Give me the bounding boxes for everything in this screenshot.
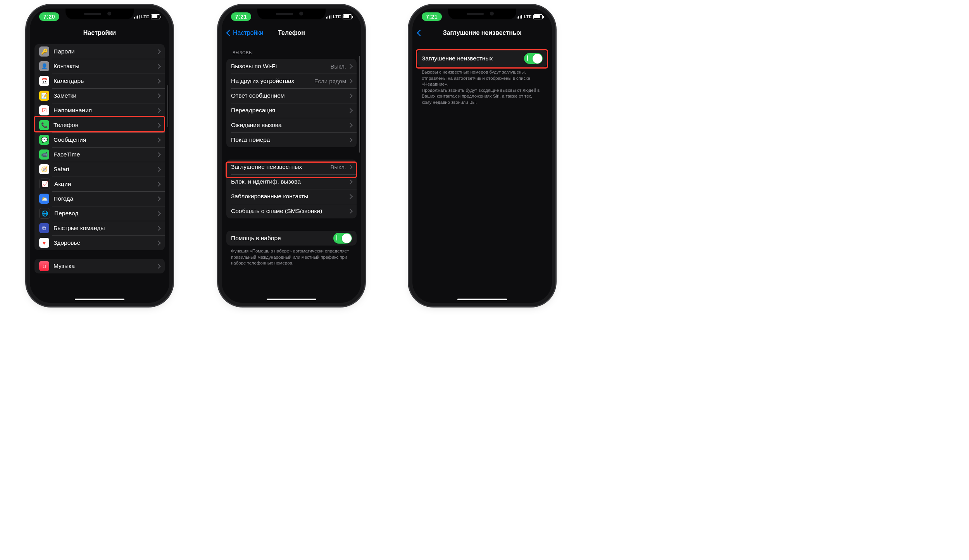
cellular-signal-icon xyxy=(134,15,140,19)
chevron-right-icon xyxy=(348,137,353,143)
row-forwarding[interactable]: Переадресация xyxy=(226,103,357,118)
network-label: LTE xyxy=(333,14,341,19)
row-label: Заглушение неизвестных xyxy=(422,55,524,62)
shortcuts-icon: ⧉ xyxy=(39,223,49,233)
row-label: Акции xyxy=(54,180,157,187)
settings-row-translate[interactable]: 🌐Перевод xyxy=(34,206,165,221)
settings-row-stocks[interactable]: 📈Акции xyxy=(34,177,165,191)
battery-icon xyxy=(151,14,160,19)
row-report-spam[interactable]: Сообщать о спаме (SMS/звонки) xyxy=(226,204,357,218)
home-indicator[interactable] xyxy=(457,299,507,301)
health-icon: ♥ xyxy=(39,238,49,248)
settings-row-health[interactable]: ♥Здоровье xyxy=(34,235,165,250)
silence-content: Заглушение неизвестных Вызовы с неизвест… xyxy=(412,42,552,303)
row-call-waiting[interactable]: Ожидание вызова xyxy=(226,118,357,132)
row-blocked-contacts[interactable]: Заблокированные контакты xyxy=(226,189,357,204)
settings-row-messages[interactable]: 💬Сообщения xyxy=(34,132,165,147)
row-text-reply[interactable]: Ответ сообщением xyxy=(226,88,357,103)
phone-icon: 📞 xyxy=(39,120,49,130)
row-label: Погода xyxy=(53,195,157,202)
row-silence-unknown[interactable]: Заглушение неизвестныхВыкл. xyxy=(226,160,357,174)
settings-list[interactable]: 🔑Пароли 👤Контакты 📅Календарь 📝Заметки ☑Н… xyxy=(30,42,169,303)
chevron-right-icon xyxy=(156,152,161,157)
chevron-right-icon xyxy=(348,123,353,128)
settings-row-calendar[interactable]: 📅Календарь xyxy=(34,74,165,88)
chevron-right-icon xyxy=(348,194,353,199)
status-time-pill[interactable]: 7:21 xyxy=(231,12,251,21)
messages-icon: 💬 xyxy=(39,135,49,145)
music-icon: ♫ xyxy=(39,261,49,271)
battery-icon xyxy=(533,14,543,19)
reminders-icon: ☑ xyxy=(39,105,49,115)
safari-icon: 🧭 xyxy=(39,164,49,174)
chevron-right-icon xyxy=(348,108,353,113)
row-label: Safari xyxy=(53,166,157,173)
settings-row-safari[interactable]: 🧭Safari xyxy=(34,162,165,177)
dial-assist-footer: Функция «Помощь в наборе» автоматически … xyxy=(231,248,352,266)
chevron-right-icon xyxy=(156,240,161,246)
chevron-right-icon xyxy=(156,211,161,216)
row-wifi-calling[interactable]: Вызовы по Wi-FiВыкл. xyxy=(226,59,357,74)
section-header-calls: ВЫЗОВЫ xyxy=(233,50,350,55)
row-label: Вызовы по Wi-Fi xyxy=(231,63,331,70)
row-label: Сообщать о спаме (SMS/звонки) xyxy=(231,208,348,215)
chevron-left-icon xyxy=(226,30,233,36)
back-button[interactable]: Настройки xyxy=(227,29,263,36)
settings-row-notes[interactable]: 📝Заметки xyxy=(34,88,165,103)
home-indicator[interactable] xyxy=(75,299,124,301)
chevron-right-icon xyxy=(156,79,161,84)
chevron-right-icon xyxy=(348,79,353,84)
chevron-right-icon xyxy=(156,167,161,172)
status-time-pill[interactable]: 7:21 xyxy=(422,12,442,21)
row-label: Пароли xyxy=(53,48,157,55)
row-block-identify[interactable]: Блок. и идентиф. вызова xyxy=(226,174,357,189)
chevron-right-icon xyxy=(156,123,161,128)
row-value: Выкл. xyxy=(331,63,346,70)
row-other-devices[interactable]: На других устройствахЕсли рядом xyxy=(226,74,357,88)
notch xyxy=(66,9,134,19)
row-caller-id[interactable]: Показ номера xyxy=(226,132,357,147)
settings-row-music[interactable]: ♫Музыка xyxy=(34,259,165,273)
settings-row-reminders[interactable]: ☑Напоминания xyxy=(34,103,165,118)
calls-group: Вызовы по Wi-FiВыкл. На других устройств… xyxy=(226,59,357,147)
row-label: Телефон xyxy=(53,122,157,129)
row-label: Заблокированные контакты xyxy=(231,193,348,200)
contacts-icon: 👤 xyxy=(39,61,49,71)
chevron-right-icon xyxy=(156,93,161,98)
settings-row-contacts[interactable]: 👤Контакты xyxy=(34,59,165,74)
status-right: LTE xyxy=(134,14,160,19)
settings-row-facetime[interactable]: 📹FaceTime xyxy=(34,147,165,162)
row-label: Блок. и идентиф. вызова xyxy=(231,178,348,185)
dial-assist-toggle[interactable] xyxy=(333,233,352,244)
scroll-indicator[interactable] xyxy=(359,56,360,153)
phone-settings-list[interactable]: ВЫЗОВЫ Вызовы по Wi-FiВыкл. На других ус… xyxy=(222,42,361,303)
row-label: Переадресация xyxy=(231,107,348,114)
chevron-left-icon xyxy=(417,30,424,36)
navbar: Настройки xyxy=(30,25,169,41)
row-label: Сообщения xyxy=(53,136,157,143)
row-silence-toggle[interactable]: Заглушение неизвестных xyxy=(417,50,547,67)
settings-row-phone[interactable]: 📞Телефон xyxy=(34,118,165,132)
notch xyxy=(448,9,516,19)
silence-unknown-toggle[interactable] xyxy=(524,53,543,64)
cellular-signal-icon xyxy=(326,15,331,19)
navbar: Заглушение неизвестных xyxy=(412,25,552,41)
row-label: Здоровье xyxy=(53,239,157,246)
settings-row-shortcuts[interactable]: ⧉Быстрые команды xyxy=(34,221,165,235)
status-right: LTE xyxy=(326,14,352,19)
row-label: Контакты xyxy=(53,63,157,70)
status-time-pill[interactable]: 7:20 xyxy=(39,12,59,21)
back-button[interactable] xyxy=(418,31,422,35)
settings-row-passwords[interactable]: 🔑Пароли xyxy=(34,44,165,59)
home-indicator[interactable] xyxy=(267,299,316,301)
three-phone-tutorial: 7:20 LTE Настройки 🔑Пароли 👤Контакты 📅Ка… xyxy=(0,0,581,336)
silence-footer: Вызовы с неизвестных номеров будут заглу… xyxy=(422,69,543,105)
settings-row-weather[interactable]: ⛅Погода xyxy=(34,191,165,206)
scroll-indicator[interactable] xyxy=(167,85,169,127)
row-dial-assist[interactable]: Помощь в наборе xyxy=(226,231,357,246)
chevron-right-icon xyxy=(156,108,161,113)
row-label: Заметки xyxy=(53,92,157,99)
network-label: LTE xyxy=(141,14,149,19)
row-value: Выкл. xyxy=(331,164,346,170)
chevron-right-icon xyxy=(348,93,353,98)
